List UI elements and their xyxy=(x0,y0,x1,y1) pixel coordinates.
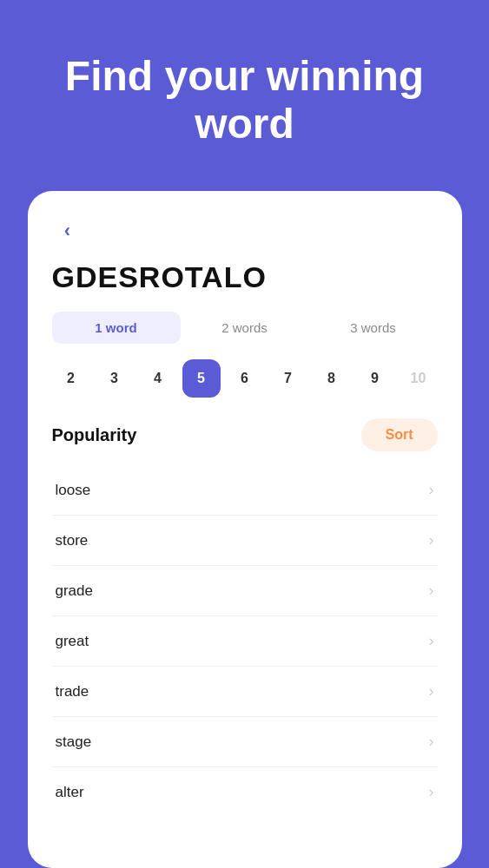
hero-section: Find your winning word xyxy=(0,0,489,191)
word-list: loose › store › grade › great › trade › … xyxy=(52,465,438,817)
letter-count-row: 2 3 4 5 6 7 8 9 10 xyxy=(52,359,438,398)
chevron-right-icon: › xyxy=(429,682,434,700)
back-chevron-icon: ‹ xyxy=(64,221,70,240)
word-item-stage[interactable]: stage › xyxy=(52,717,438,767)
num-btn-10[interactable]: 10 xyxy=(400,359,438,398)
word-item-trade[interactable]: trade › xyxy=(52,667,438,717)
sort-button[interactable]: Sort xyxy=(361,418,438,451)
num-btn-3[interactable]: 3 xyxy=(96,359,134,398)
word-item-grade[interactable]: grade › xyxy=(52,566,438,616)
tab-2-words[interactable]: 2 words xyxy=(181,312,309,344)
num-btn-4[interactable]: 4 xyxy=(139,359,177,398)
chevron-right-icon: › xyxy=(429,783,434,801)
word-text: trade xyxy=(56,683,89,700)
word-item-alter[interactable]: alter › xyxy=(52,767,438,817)
word-text: loose xyxy=(56,482,91,499)
word-text: alter xyxy=(56,784,84,801)
word-item-great[interactable]: great › xyxy=(52,616,438,667)
chevron-right-icon: › xyxy=(429,733,434,751)
num-btn-7[interactable]: 7 xyxy=(269,359,307,398)
num-btn-5[interactable]: 5 xyxy=(182,359,221,398)
word-item-store[interactable]: store › xyxy=(52,516,438,566)
num-btn-8[interactable]: 8 xyxy=(313,359,351,398)
word-item-loose[interactable]: loose › xyxy=(52,465,438,516)
word-text: grade xyxy=(56,582,93,600)
chevron-right-icon: › xyxy=(429,632,434,650)
chevron-right-icon: › xyxy=(429,531,434,549)
num-btn-9[interactable]: 9 xyxy=(356,359,394,398)
filter-label: Popularity xyxy=(52,425,137,445)
hero-title: Find your winning word xyxy=(35,52,454,148)
word-text: store xyxy=(56,532,89,549)
tab-1-word[interactable]: 1 word xyxy=(52,312,181,344)
word-text: stage xyxy=(56,733,92,751)
main-card: ‹ GDESROTALO 1 word 2 words 3 words 2 3 … xyxy=(28,191,462,868)
tab-3-words[interactable]: 3 words xyxy=(309,312,438,344)
filter-row: Popularity Sort xyxy=(52,418,438,451)
word-count-tabs: 1 word 2 words 3 words xyxy=(52,312,438,344)
num-btn-2[interactable]: 2 xyxy=(52,359,90,398)
chevron-right-icon: › xyxy=(429,481,434,499)
back-button[interactable]: ‹ xyxy=(52,215,83,247)
scrambled-word: GDESROTALO xyxy=(52,260,438,294)
num-btn-6[interactable]: 6 xyxy=(226,359,264,398)
word-text: great xyxy=(56,633,89,650)
chevron-right-icon: › xyxy=(429,582,434,600)
